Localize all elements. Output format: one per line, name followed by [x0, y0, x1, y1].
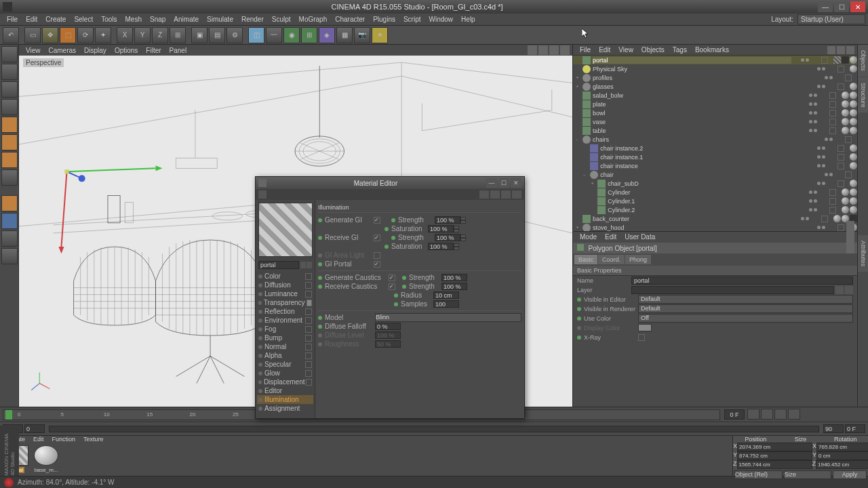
axis-mode[interactable]: [1, 169, 18, 186]
menu-character[interactable]: Character: [331, 16, 369, 23]
obj-enable-check[interactable]: [829, 119, 836, 125]
obj-enable-check[interactable]: [821, 57, 828, 64]
attr-tab-basic[interactable]: Basic: [574, 255, 597, 264]
om-menu-bookmarks[interactable]: Bookmarks: [691, 46, 733, 54]
obj-enable-check[interactable]: [837, 83, 844, 90]
spline-tool[interactable]: 〰: [266, 27, 282, 43]
tag-phong-icon[interactable]: [850, 188, 857, 196]
tag-phong-icon[interactable]: [850, 206, 857, 214]
tag-phong-icon[interactable]: [850, 162, 857, 169]
mat-channel-transparency[interactable]: Transparency: [257, 298, 313, 307]
mat-channel-environment[interactable]: Environment: [257, 316, 313, 325]
object-row-stove-hood[interactable]: +stove_hood: [573, 223, 857, 231]
obj-enable-check[interactable]: [821, 216, 828, 222]
mat-editor-maximize[interactable]: ☐: [498, 178, 509, 188]
attr-menu-userdata[interactable]: User Data: [620, 233, 659, 241]
expand-icon[interactable]: -: [583, 171, 590, 178]
object-row-glasses[interactable]: +glasses: [573, 82, 857, 91]
channel-checkbox[interactable]: [305, 326, 312, 333]
axis-y-toggle[interactable]: Y: [134, 27, 151, 43]
mat-samples-input[interactable]: [433, 300, 459, 308]
point-mode[interactable]: [1, 117, 18, 133]
vp-menu-panel[interactable]: Panel: [165, 47, 191, 54]
object-row-portal[interactable]: portal: [573, 56, 857, 64]
tag-phong-icon[interactable]: [850, 83, 857, 90]
attr-layer-input[interactable]: [631, 286, 834, 294]
menu-tools[interactable]: Tools: [97, 16, 121, 23]
texture-mode[interactable]: [1, 81, 18, 98]
tl-range-slider[interactable]: [49, 426, 819, 432]
light-tool[interactable]: ☀: [372, 27, 388, 43]
nurbs-tool[interactable]: ◉: [283, 27, 300, 43]
tl-view-2-icon[interactable]: [761, 409, 773, 420]
tag-phong-icon[interactable]: [842, 127, 849, 134]
coord-size-mode-select[interactable]: Size: [784, 470, 832, 479]
mat-recv-gi-check[interactable]: [374, 235, 380, 241]
coord-pos-y[interactable]: [737, 451, 812, 460]
obj-visibility[interactable]: [800, 94, 827, 97]
select-tool[interactable]: ▭: [24, 27, 41, 43]
om-menu-objects[interactable]: Objects: [637, 46, 669, 54]
tag-dark-icon[interactable]: [842, 56, 849, 64]
object-row-cylinder-1[interactable]: Cylinder.1: [573, 197, 857, 205]
tag-phong-icon[interactable]: [850, 127, 857, 134]
channel-checkbox[interactable]: [305, 335, 312, 342]
scale-tool[interactable]: ⬚: [60, 27, 76, 43]
minimize-button[interactable]: —: [818, 1, 833, 12]
vp-menu-display[interactable]: Display: [80, 47, 111, 54]
obj-visibility[interactable]: [791, 217, 818, 220]
tag-phong-icon[interactable]: [842, 109, 849, 117]
render-settings[interactable]: ⚙: [226, 27, 243, 43]
mat-channel-glow[interactable]: Glow: [257, 369, 313, 378]
attr-vis-render-select[interactable]: Default: [638, 304, 853, 313]
tag-phong-icon[interactable]: [842, 188, 849, 196]
mat-nav-fwd[interactable]: [490, 190, 500, 199]
om-search-icon[interactable]: [827, 46, 835, 54]
obj-visibility[interactable]: [800, 190, 827, 194]
attr-xray-checkbox[interactable]: [638, 334, 645, 341]
object-row-table[interactable]: table: [573, 126, 857, 135]
make-editable[interactable]: [1, 46, 18, 62]
rotate-tool[interactable]: ⟳: [77, 27, 94, 43]
tag-phong-icon[interactable]: [842, 92, 849, 99]
tag-striped-icon[interactable]: [833, 56, 841, 64]
mat-nav-back[interactable]: [479, 190, 489, 199]
menu-snap[interactable]: Snap: [146, 16, 170, 23]
menu-simulate[interactable]: Simulate: [203, 16, 237, 23]
mat-model-select[interactable]: Blinn: [375, 313, 521, 322]
mat-nav-lock-icon[interactable]: [501, 190, 511, 199]
object-tree[interactable]: portalPhysical Sky+profiles+glassessalad…: [573, 56, 857, 231]
om-menu-edit[interactable]: Edit: [595, 46, 614, 54]
obj-visibility[interactable]: [800, 102, 827, 106]
object-row-chair-instance-1[interactable]: chair instance.1: [573, 152, 857, 161]
om-filter-icon[interactable]: [837, 46, 845, 54]
obj-enable-check[interactable]: [837, 66, 844, 73]
expand-icon[interactable]: +: [576, 75, 583, 81]
obj-enable-check[interactable]: [837, 145, 844, 152]
tl-preview-end[interactable]: [823, 424, 844, 433]
mat-editor-close[interactable]: ✕: [511, 178, 521, 188]
snap-mode[interactable]: [1, 213, 18, 229]
object-row-chair-instance[interactable]: chair instance: [573, 161, 857, 170]
cube-primitive[interactable]: ◫: [248, 27, 264, 43]
menu-plugins[interactable]: Plugins: [369, 16, 399, 23]
attr-tab-coord[interactable]: Coord.: [598, 255, 625, 264]
tag-phong-icon[interactable]: [842, 100, 849, 108]
tweak-mode[interactable]: [1, 195, 18, 211]
tag-phong-icon[interactable]: [842, 118, 849, 125]
attr-menu-mode[interactable]: Mode: [576, 233, 601, 241]
obj-enable-check[interactable]: [829, 101, 836, 108]
menu-script[interactable]: Script: [399, 16, 425, 23]
mat-channel-color[interactable]: Color: [257, 272, 313, 281]
coord-size-y[interactable]: [816, 451, 868, 460]
attr-name-input[interactable]: [631, 277, 853, 285]
obj-visibility[interactable]: [808, 164, 835, 167]
maximize-button[interactable]: ☐: [834, 1, 849, 12]
close-button[interactable]: ✕: [850, 1, 865, 12]
object-row-salad-bolw[interactable]: salad_bolw: [573, 91, 857, 100]
obj-visibility[interactable]: [800, 129, 827, 132]
vp-nav-2-icon[interactable]: [538, 45, 548, 55]
object-row-chair[interactable]: -chair: [573, 170, 857, 179]
mat-nav-pin-icon[interactable]: [512, 190, 521, 199]
menu-mograph[interactable]: MoGraph: [295, 16, 332, 23]
